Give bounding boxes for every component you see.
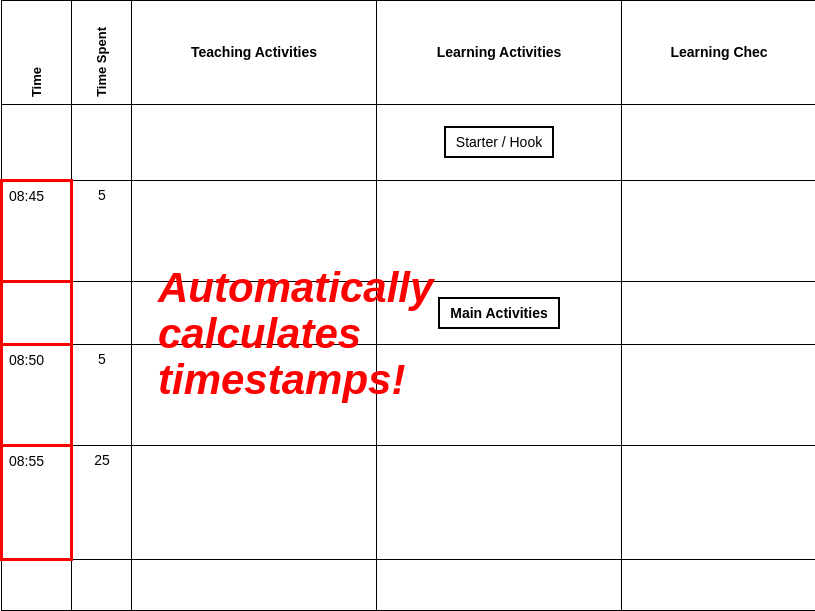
learning-cell-845 <box>377 180 622 281</box>
main-activities-cell: Main Activities <box>377 281 622 344</box>
bottom-teaching-cell <box>132 560 377 611</box>
main-teaching-cell <box>132 281 377 344</box>
time-spent-cell-845: 5 <box>72 180 132 281</box>
main-time-cell <box>2 281 72 344</box>
time-spent-cell-855: 25 <box>72 446 132 560</box>
check-cell-845 <box>622 180 816 281</box>
teaching-cell-845 <box>132 180 377 281</box>
teaching-cell-855 <box>132 446 377 560</box>
starter-check-cell <box>622 104 816 180</box>
main-time-spent-cell <box>72 281 132 344</box>
header-time: Time <box>2 1 72 105</box>
bottom-learning-cell <box>377 560 622 611</box>
teaching-cell-850 <box>132 345 377 446</box>
time-cell-850: 08:50 <box>2 345 72 446</box>
check-cell-850 <box>622 345 816 446</box>
header-learning: Learning Activities <box>377 1 622 105</box>
table-container: Time Time Spent Teaching Activities Lear… <box>0 0 815 611</box>
check-cell-855 <box>622 446 816 560</box>
learning-cell-850 <box>377 345 622 446</box>
header-check: Learning Chec <box>622 1 816 105</box>
main-activities-label: Main Activities <box>438 297 560 329</box>
starter-time-cell <box>2 104 72 180</box>
learning-cell-855 <box>377 446 622 560</box>
time-spent-cell-850: 5 <box>72 345 132 446</box>
starter-hook-label: Starter / Hook <box>444 126 554 158</box>
header-teaching: Teaching Activities <box>132 1 377 105</box>
starter-hook-cell: Starter / Hook <box>377 104 622 180</box>
main-check-cell <box>622 281 816 344</box>
bottom-time-cell <box>2 560 72 611</box>
starter-time-spent-cell <box>72 104 132 180</box>
starter-teaching-cell <box>132 104 377 180</box>
bottom-time-spent-cell <box>72 560 132 611</box>
time-cell-855: 08:55 <box>2 446 72 560</box>
header-time-spent: Time Spent <box>72 1 132 105</box>
bottom-check-cell <box>622 560 816 611</box>
time-cell-845: 08:45 <box>2 180 72 281</box>
